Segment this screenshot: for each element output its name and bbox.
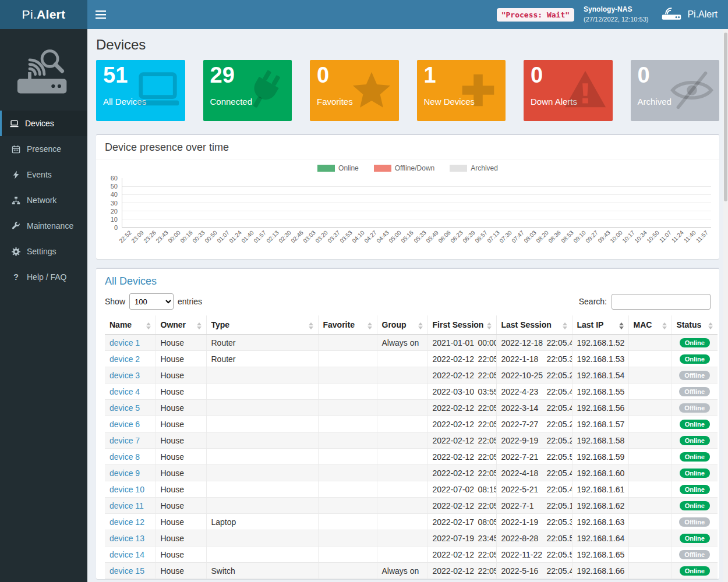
group-cell: [377, 498, 427, 514]
sidebar-item-help-faq[interactable]: ?Help / FAQ: [0, 264, 87, 290]
sidebar-item-presence[interactable]: Presence: [0, 136, 87, 162]
first-session-cell: 2022-03-1003:55: [427, 384, 496, 400]
x-tick-label: 03:53: [338, 229, 353, 244]
status-cell: Online: [672, 432, 718, 449]
owner-cell: House: [156, 400, 206, 416]
sidebar-toggle-button[interactable]: [87, 0, 114, 29]
status-badge: Online: [680, 501, 710, 510]
device-link[interactable]: device 9: [109, 469, 140, 478]
device-link[interactable]: device 2: [109, 354, 140, 364]
column-header-type[interactable]: Type: [206, 315, 318, 335]
entries-select[interactable]: 100: [129, 293, 174, 310]
sort-icon[interactable]: [563, 322, 567, 329]
mac-cell: [628, 563, 672, 579]
device-link[interactable]: device 6: [109, 420, 140, 429]
column-header-label: First Session: [433, 320, 484, 329]
status-badge: Offline: [679, 371, 710, 380]
x-tick-label: 10:50: [645, 229, 660, 244]
last-session-cell: 2022-1-1922:05.30: [496, 514, 572, 530]
device-link[interactable]: device 11: [109, 501, 144, 510]
legend-item[interactable]: Offline/Down: [374, 164, 434, 172]
sort-icon[interactable]: [418, 322, 423, 329]
legend-item[interactable]: Archived: [450, 164, 498, 172]
sort-icon[interactable]: [619, 322, 624, 329]
sort-icon[interactable]: [146, 322, 151, 329]
last-session-cell: 2022-10-2522:05.23: [496, 367, 572, 384]
device-link[interactable]: device 3: [109, 371, 140, 380]
last-session-cell: 2022-3-1422:05.44: [496, 400, 572, 416]
column-header-group[interactable]: Group: [377, 315, 427, 335]
summary-box-down-alerts[interactable]: 0Down Alerts: [524, 60, 613, 121]
device-row: device 7House2022-02-1222:052022-9-1922:…: [105, 432, 718, 449]
legend-label: Online: [338, 164, 359, 172]
status-cell: Online: [672, 335, 718, 351]
x-tick-label: 05:33: [412, 229, 427, 244]
navbar: "Process: Wait" Synology-NAS (27/12/2022…: [87, 0, 728, 29]
device-link[interactable]: device 13: [109, 534, 144, 543]
favorite-cell: [318, 563, 377, 579]
last-ip-cell: 192.168.1.62: [572, 498, 628, 514]
device-link[interactable]: device 7: [109, 436, 140, 445]
sort-icon[interactable]: [309, 322, 313, 329]
sort-icon[interactable]: [367, 322, 372, 329]
status-cell: Offline: [672, 367, 718, 384]
favorite-cell: [318, 400, 377, 416]
search-input[interactable]: [612, 294, 711, 310]
x-tick-label: 06:39: [461, 229, 476, 244]
column-header-name[interactable]: Name: [105, 315, 156, 335]
summary-box-all-devices[interactable]: 51All Devices: [96, 60, 185, 121]
app-logo-text: Pi.: [22, 8, 37, 22]
column-header-first-session[interactable]: First Session: [427, 315, 496, 335]
device-link[interactable]: device 1: [109, 338, 140, 347]
last-session-cell: 2022-7-122:05.15: [496, 498, 572, 514]
device-row: device 4House2022-03-1003:552022-4-2322:…: [105, 384, 718, 400]
column-header-last-session[interactable]: Last Session: [496, 315, 572, 335]
column-header-last-ip[interactable]: Last IP: [572, 315, 628, 335]
sidebar-item-network[interactable]: Network: [0, 187, 87, 213]
legend-item[interactable]: Online: [317, 164, 359, 172]
status-badge: Offline: [679, 550, 710, 559]
device-link[interactable]: device 10: [109, 485, 144, 494]
column-header-status[interactable]: Status: [672, 315, 718, 335]
summary-box-value: 0: [317, 63, 329, 88]
app-logo[interactable]: Pi.Alert: [0, 0, 87, 29]
sidebar-item-events[interactable]: Events: [0, 162, 87, 187]
sort-icon[interactable]: [197, 322, 202, 329]
favorite-cell: [318, 384, 377, 400]
sidebar-item-settings[interactable]: Settings: [0, 239, 87, 264]
last-session-cell: 2022-8-2822:05.51: [496, 530, 572, 546]
sort-icon[interactable]: [487, 322, 492, 329]
sort-icon[interactable]: [662, 322, 667, 329]
column-header-mac[interactable]: MAC: [628, 315, 672, 335]
entries-label: entries: [178, 297, 202, 306]
device-row: device 10House2022-07-0208:152022-5-2122…: [105, 481, 718, 498]
device-link[interactable]: device 14: [109, 550, 144, 559]
page-scrollbar[interactable]: [723, 29, 728, 582]
device-link[interactable]: device 15: [109, 566, 144, 576]
device-link[interactable]: device 12: [109, 517, 144, 527]
scrollbar-thumb[interactable]: [724, 33, 727, 201]
mac-cell: [628, 400, 672, 416]
favorite-cell: [318, 335, 377, 351]
first-session-cell: 2021-01-0100:00: [427, 335, 496, 351]
column-header-owner[interactable]: Owner: [156, 315, 206, 335]
first-session-cell: 2022-02-1222:05: [427, 465, 496, 481]
device-link[interactable]: device 5: [109, 403, 140, 413]
group-cell: [377, 449, 427, 465]
summary-box-archived[interactable]: 0Archived: [631, 60, 720, 121]
summary-box-new-devices[interactable]: 1New Devices: [417, 60, 506, 121]
sort-icon[interactable]: [708, 322, 713, 329]
brand[interactable]: Pi.Alert: [661, 6, 728, 24]
calendar-icon: [11, 144, 20, 154]
x-tick-label: 02:46: [289, 229, 304, 244]
summary-box-favorites[interactable]: 0Favorites: [310, 60, 399, 121]
sidebar-item-devices[interactable]: Devices: [0, 111, 87, 136]
column-header-favorite[interactable]: Favorite: [318, 315, 377, 335]
summary-box-connected[interactable]: 29Connected: [203, 60, 292, 121]
sidebar-item-maintenance[interactable]: Maintenance: [0, 213, 87, 239]
device-link[interactable]: device 8: [109, 452, 140, 462]
status-cell: Offline: [672, 400, 718, 416]
column-header-label: Status: [677, 320, 702, 329]
sidebar: DevicesPresenceEventsNetworkMaintenanceS…: [0, 29, 87, 582]
device-link[interactable]: device 4: [109, 387, 140, 396]
